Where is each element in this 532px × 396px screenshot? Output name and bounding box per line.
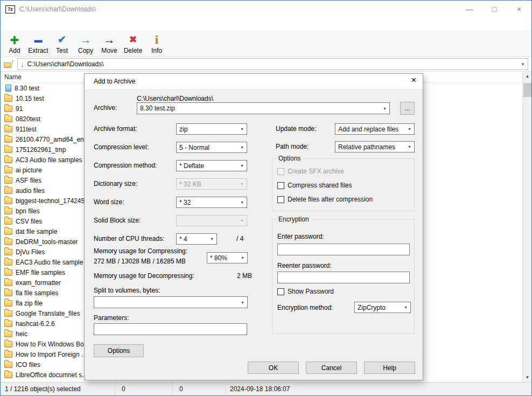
scroll-down-icon[interactable]: ▼ [523, 373, 532, 382]
chevron-down-icon[interactable]: ▾ [518, 61, 528, 67]
toolbar: Add Extract Test Copy Move Delete Info [1, 30, 531, 57]
dialog-close-icon[interactable]: × [411, 76, 416, 85]
archive-directory: C:\Users\charl\Downloads\ [137, 95, 213, 102]
chevron-down-icon: ▾ [237, 200, 247, 205]
path-mode-combo[interactable]: Relative pathnames▾ [335, 141, 415, 152]
file-name: audio files [16, 187, 45, 194]
window-controls: — □ × [457, 1, 531, 18]
word-size-combo[interactable]: * 32▾ [176, 197, 247, 208]
delete-after-checkbox[interactable]: Delete files after compression [277, 196, 373, 203]
file-name: fla file samples [16, 289, 58, 297]
status-modified: 2024-09-18 18:06:07 [226, 383, 531, 395]
toolbar-button[interactable]: Add [3, 31, 26, 57]
file-name: DeDRM_tools-master [16, 238, 78, 246]
folder-icon [4, 106, 12, 112]
file-name: 0820test [16, 115, 40, 123]
file-icon [5, 85, 11, 92]
file-name: DjVu Files [16, 248, 45, 256]
scroll-up-icon[interactable]: ▲ [523, 72, 532, 81]
chevron-down-icon[interactable]: ▾ [380, 106, 389, 111]
titlebar: 7z C:\Users\charl\Downloads\ — □ × [1, 1, 531, 18]
file-name: dat file sample [16, 228, 57, 235]
dictionary-size-label: Dictionary size: [94, 180, 137, 187]
browse-button[interactable]: ... [400, 102, 415, 115]
scrollbar-thumb[interactable] [523, 83, 531, 97]
folder-icon [4, 208, 12, 214]
show-password-checkbox[interactable]: Show Password [277, 288, 334, 295]
toolbar-button[interactable]: Move [97, 31, 121, 57]
add-to-archive-dialog: Add to Archive × Archive: C:\Users\charl… [84, 73, 423, 380]
up-folder-icon[interactable]: ↑ [4, 60, 13, 68]
cancel-button[interactable]: Cancel [306, 362, 357, 374]
file-name: fla zip file [16, 300, 43, 307]
vertical-scrollbar[interactable]: ▲ ▼ [522, 72, 531, 382]
checkbox-icon [277, 168, 284, 175]
file-name: AC3 Audio file samples [16, 156, 82, 164]
memory-compress-label: Memory usage for Compressing: [94, 247, 187, 255]
address-combo[interactable]: ↓ C:\Users\charl\Downloads\ ▾ [17, 58, 528, 70]
close-button[interactable]: × [507, 1, 531, 18]
chevron-down-icon: ▾ [405, 144, 414, 149]
archive-name-combo[interactable]: 8.30 test.zip ▾ [137, 102, 390, 114]
file-name: 8.30 test [15, 85, 39, 92]
chevron-down-icon[interactable]: ▾ [238, 300, 247, 305]
menu-item[interactable] [29, 23, 37, 26]
reenter-password-label: Reenter password: [277, 262, 332, 269]
menu-item[interactable] [20, 23, 29, 26]
options-button[interactable]: Options [94, 344, 144, 357]
encryption-method-combo[interactable]: ZipCrypto▾ [354, 302, 411, 313]
folder-icon [4, 290, 12, 296]
status-packed-size: 0 [173, 383, 226, 395]
folder-icon [4, 157, 12, 163]
address-path: C:\Users\charl\Downloads\ [27, 60, 104, 68]
chevron-down-icon: ▾ [237, 127, 247, 131]
dialog-title: Add to Archive [94, 78, 135, 85]
menu-item[interactable] [11, 23, 20, 26]
toolbar-button[interactable]: Extract [26, 31, 50, 57]
parameters-input[interactable] [94, 323, 247, 335]
extract-icon [34, 33, 43, 47]
folder-icon [4, 187, 12, 194]
file-name: 911test [16, 126, 36, 133]
compression-method-combo[interactable]: * Deflate▾ [176, 160, 247, 171]
menu-item[interactable] [37, 23, 46, 26]
reenter-password-input[interactable] [277, 272, 410, 283]
compress-shared-checkbox[interactable]: Compress shared files [277, 182, 352, 189]
password-input[interactable] [277, 244, 410, 255]
split-volumes-label: Split to volumes, bytes: [94, 287, 160, 294]
cpu-threads-combo[interactable]: * 4▾ [176, 233, 217, 245]
file-name: biggest-technol_174245.. [16, 197, 88, 205]
toolbar-button-label: Delete [124, 47, 143, 54]
file-name: bpn files [16, 207, 40, 215]
toolbar-button[interactable]: Test [50, 31, 74, 57]
split-volumes-combo[interactable]: ▾ [94, 296, 248, 308]
minimize-button[interactable]: — [457, 1, 482, 18]
memory-usage-combo[interactable]: * 80%▾ [207, 252, 248, 263]
maximize-button[interactable]: □ [482, 1, 507, 18]
toolbar-button[interactable]: Delete [121, 31, 145, 57]
address-bar: ↑ ↓ C:\Users\charl\Downloads\ ▾ [1, 57, 531, 72]
archive-format-combo[interactable]: zip▾ [176, 123, 247, 135]
menu-item[interactable] [46, 23, 54, 26]
folder-icon [4, 259, 12, 266]
folder-icon [4, 126, 12, 133]
file-name: EMF file samples [16, 269, 65, 276]
update-mode-combo[interactable]: Add and replace files▾ [335, 123, 415, 135]
toolbar-button[interactable]: Info [145, 31, 169, 57]
ok-button[interactable]: OK [248, 362, 299, 374]
folder-icon [4, 331, 12, 337]
folder-icon [4, 310, 12, 317]
file-name: 1751262961_tmp [16, 146, 66, 154]
checkbox-icon [277, 196, 284, 203]
toolbar-button[interactable]: Copy [74, 31, 97, 57]
menu-item[interactable] [3, 23, 11, 26]
folder-icon [4, 372, 12, 378]
dictionary-size-combo: * 32 KB▾ [176, 178, 247, 190]
solid-block-size-combo: ▾ [176, 215, 247, 226]
folder-icon [4, 280, 12, 286]
update-mode-label: Update mode: [276, 125, 316, 133]
compression-level-combo[interactable]: 5 - Normal▾ [176, 142, 247, 153]
folder-icon [4, 351, 12, 358]
help-button[interactable]: Help [364, 362, 415, 374]
file-name: ASF files [16, 177, 41, 184]
